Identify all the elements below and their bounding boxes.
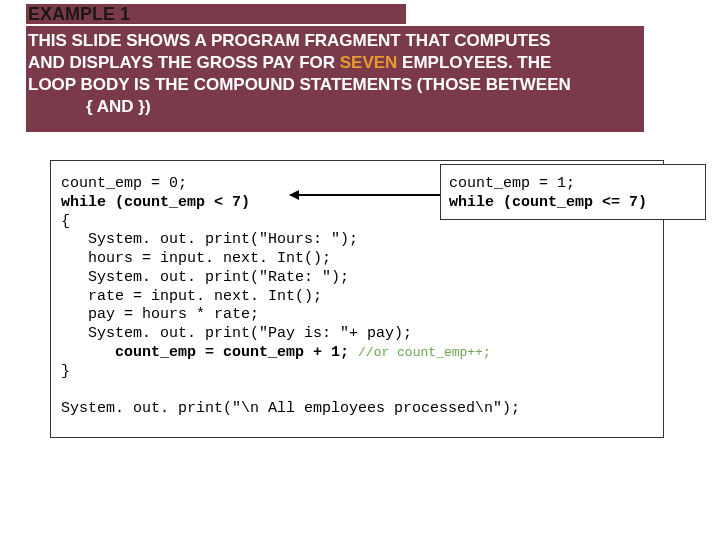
desc-line-2c: EMPLOYEES. THE	[397, 53, 551, 72]
title-text: EXAMPLE 1	[28, 4, 130, 25]
code-l4: System. out. print("Hours: ");	[61, 231, 358, 248]
desc-line-1: THIS SLIDE SHOWS A PROGRAM FRAGMENT THAT…	[28, 30, 638, 52]
alt-l2a: while	[449, 194, 494, 211]
code-l2a: while	[61, 194, 106, 211]
code-l6: System. out. print("Rate: ");	[61, 269, 349, 286]
code-l1: count_emp = 0;	[61, 175, 187, 192]
alt-l1: count_emp = 1;	[449, 175, 575, 192]
desc-line-3: LOOP BODY IS THE COMPOUND STATEMENTS (TH…	[28, 74, 638, 96]
code-l10b: //or count_emp++;	[358, 345, 491, 360]
title-bar: EXAMPLE 1	[26, 4, 406, 24]
desc-line-4: { AND })	[86, 96, 638, 118]
code-l13: System. out. print("\n All employees pro…	[61, 400, 520, 417]
desc-line-2: AND DISPLAYS THE GROSS PAY FOR SEVEN EMP…	[28, 52, 638, 74]
code-l9: System. out. print("Pay is: "+ pay);	[61, 325, 412, 342]
code-l7: rate = input. next. Int();	[61, 288, 322, 305]
description-block: THIS SLIDE SHOWS A PROGRAM FRAGMENT THAT…	[26, 26, 644, 132]
code-l2b: (count_emp < 7)	[106, 194, 250, 211]
alt-l2b: (count_emp <= 7)	[494, 194, 647, 211]
desc-line-2a: AND DISPLAYS THE GROSS PAY FOR	[28, 53, 340, 72]
code-l5: hours = input. next. Int();	[61, 250, 331, 267]
desc-seven: SEVEN	[340, 53, 398, 72]
arrow-connector	[290, 194, 440, 196]
code-l8: pay = hours * rate;	[61, 306, 259, 323]
code-l3: {	[61, 213, 70, 230]
code-l10a: count_emp = count_emp + 1;	[61, 344, 358, 361]
code-l11: }	[61, 363, 70, 380]
alt-code-box: count_emp = 1; while (count_emp <= 7)	[440, 164, 706, 220]
